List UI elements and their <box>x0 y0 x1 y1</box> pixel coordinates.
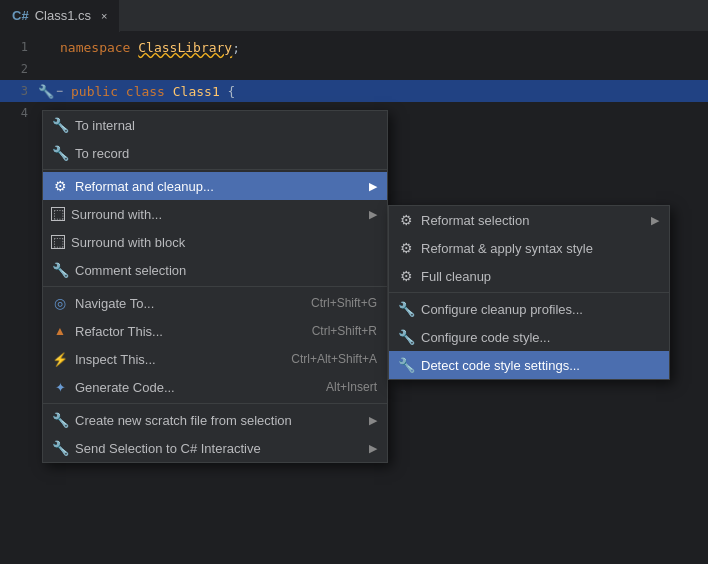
code-line-2: 2 <box>0 58 708 80</box>
menu-item-surround-block[interactable]: ⬚ Surround with block <box>43 228 387 256</box>
reformat-icon: ⚙ <box>51 177 69 195</box>
tab-bar: C# Class1.cs × <box>0 0 708 32</box>
inspect-icon: ⚡ <box>51 350 69 368</box>
create-scratch-label: Create new scratch file from selection <box>75 413 359 428</box>
code-line-1: 1 namespace ClassLibrary; <box>0 36 708 58</box>
full-cleanup-icon: ⚙ <box>397 267 415 285</box>
tab-lang-label: C# <box>12 8 29 23</box>
generate-shortcut: Alt+Insert <box>326 380 377 394</box>
generate-icon: ✦ <box>51 378 69 396</box>
reformat-selection-label: Reformat selection <box>421 213 641 228</box>
create-scratch-icon: 🔧 <box>51 411 69 429</box>
line-number-3: 3 <box>0 84 36 98</box>
line-gutter-3: 🔧 <box>36 84 56 99</box>
keyword-public: public <box>71 84 118 99</box>
line-number-2: 2 <box>0 62 36 76</box>
navigate-shortcut: Ctrl+Shift+G <box>311 296 377 310</box>
reformat-apply-icon: ⚙ <box>397 239 415 257</box>
editor-tab[interactable]: C# Class1.cs × <box>0 0 120 32</box>
context-menu: 🔧 To internal 🔧 To record ⚙ Reformat and… <box>42 110 388 463</box>
refactor-shortcut: Ctrl+Shift+R <box>312 324 377 338</box>
menu-item-refactor[interactable]: ▲ Refactor This... Ctrl+Shift+R <box>43 317 387 345</box>
menu-item-create-scratch[interactable]: 🔧 Create new scratch file from selection… <box>43 406 387 434</box>
submenu-detect-style[interactable]: 🔧 Detect code style settings... <box>389 351 669 379</box>
send-selection-icon: 🔧 <box>51 439 69 457</box>
class-library-name: ClassLibrary <box>138 40 232 55</box>
submenu-configure-style[interactable]: 🔧 Configure code style... <box>389 323 669 351</box>
to-internal-icon: 🔧 <box>51 116 69 134</box>
menu-item-to-record[interactable]: 🔧 To record <box>43 139 387 167</box>
refactor-label: Refactor This... <box>75 324 306 339</box>
submenu-reformat-apply[interactable]: ⚙ Reformat & apply syntax style <box>389 234 669 262</box>
to-record-icon: 🔧 <box>51 144 69 162</box>
menu-item-reformat[interactable]: ⚙ Reformat and cleanup... ▶ <box>43 172 387 200</box>
editor-container: C# Class1.cs × 1 namespace ClassLibrary;… <box>0 0 708 564</box>
detect-style-label: Detect code style settings... <box>421 358 659 373</box>
create-scratch-arrow-icon: ▶ <box>369 414 377 427</box>
send-selection-arrow-icon: ▶ <box>369 442 377 455</box>
code-content-1: namespace ClassLibrary; <box>56 40 240 55</box>
keyword-namespace: namespace <box>60 40 130 55</box>
to-record-label: To record <box>75 146 377 161</box>
menu-item-comment[interactable]: 🔧 Comment selection <box>43 256 387 284</box>
tab-filename: Class1.cs <box>35 8 91 23</box>
menu-item-navigate[interactable]: ◎ Navigate To... Ctrl+Shift+G <box>43 289 387 317</box>
keyword-class: class <box>126 84 165 99</box>
generate-label: Generate Code... <box>75 380 320 395</box>
menu-item-send-selection[interactable]: 🔧 Send Selection to C# Interactive ▶ <box>43 434 387 462</box>
menu-item-surround-with[interactable]: ⬚ Surround with... ▶ <box>43 200 387 228</box>
configure-cleanup-icon: 🔧 <box>397 300 415 318</box>
separator-1 <box>43 169 387 170</box>
fold-icon: − <box>56 84 63 98</box>
refactor-icon: ▲ <box>51 322 69 340</box>
line-number-4: 4 <box>0 106 36 120</box>
navigate-icon: ◎ <box>51 294 69 312</box>
full-cleanup-label: Full cleanup <box>421 269 659 284</box>
separator-3 <box>43 403 387 404</box>
surround-block-label: Surround with block <box>71 235 377 250</box>
separator-2 <box>43 286 387 287</box>
menu-item-inspect[interactable]: ⚡ Inspect This... Ctrl+Alt+Shift+A <box>43 345 387 373</box>
reformat-label: Reformat and cleanup... <box>75 179 359 194</box>
reformat-apply-label: Reformat & apply syntax style <box>421 241 659 256</box>
menu-item-to-internal[interactable]: 🔧 To internal <box>43 111 387 139</box>
submenu-reformat-selection[interactable]: ⚙ Reformat selection ▶ <box>389 206 669 234</box>
configure-cleanup-label: Configure cleanup profiles... <box>421 302 659 317</box>
reformat-arrow-icon: ▶ <box>369 180 377 193</box>
code-line-3: 3 🔧 − public class Class1 { <box>0 80 708 102</box>
detect-style-icon: 🔧 <box>397 356 415 374</box>
inspect-label: Inspect This... <box>75 352 285 367</box>
code-content-3: public class Class1 { <box>67 84 235 99</box>
configure-style-icon: 🔧 <box>397 328 415 346</box>
reformat-selection-arrow-icon: ▶ <box>651 214 659 227</box>
surround-with-arrow-icon: ▶ <box>369 208 377 221</box>
configure-style-label: Configure code style... <box>421 330 659 345</box>
submenu-separator-1 <box>389 292 669 293</box>
line-number-1: 1 <box>0 40 36 54</box>
submenu-configure-cleanup[interactable]: 🔧 Configure cleanup profiles... <box>389 295 669 323</box>
reformat-selection-icon: ⚙ <box>397 211 415 229</box>
class-name: Class1 <box>173 84 220 99</box>
to-internal-label: To internal <box>75 118 377 133</box>
comment-label: Comment selection <box>75 263 377 278</box>
surround-with-icon: ⬚ <box>51 207 65 221</box>
submenu-reformat: ⚙ Reformat selection ▶ ⚙ Reformat & appl… <box>388 205 670 380</box>
comment-icon: 🔧 <box>51 261 69 279</box>
tab-close-button[interactable]: × <box>101 10 107 22</box>
menu-item-generate[interactable]: ✦ Generate Code... Alt+Insert <box>43 373 387 401</box>
surround-block-icon: ⬚ <box>51 235 65 249</box>
navigate-label: Navigate To... <box>75 296 305 311</box>
inspect-shortcut: Ctrl+Alt+Shift+A <box>291 352 377 366</box>
send-selection-label: Send Selection to C# Interactive <box>75 441 359 456</box>
submenu-full-cleanup[interactable]: ⚙ Full cleanup <box>389 262 669 290</box>
surround-with-label: Surround with... <box>71 207 359 222</box>
